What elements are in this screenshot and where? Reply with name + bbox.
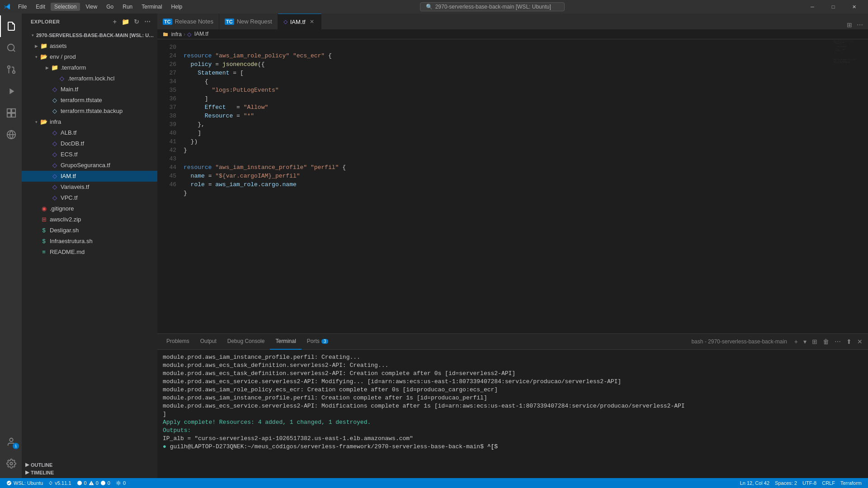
tree-item-assets[interactable]: ▶ 📁 assets <box>22 41 157 52</box>
tree-item-tfstate[interactable]: ◇ terraform.tfstate <box>22 95 157 106</box>
code-content[interactable]: resource "aws_iam_role_policy" "ecs_ecr"… <box>180 39 832 333</box>
status-ports[interactable]: 0 <box>113 478 128 488</box>
tree-item-terraform-lock[interactable]: ◇ .terraform.lock.hcl <box>22 73 157 84</box>
more-terminal-actions[interactable]: ⋯ <box>833 337 843 346</box>
error-icon <box>77 480 82 486</box>
activity-account[interactable]: 1 <box>0 431 22 453</box>
tree-item-readme-md[interactable]: ≡ README.md <box>22 247 157 258</box>
activity-remote-explorer[interactable] <box>0 124 22 145</box>
new-folder-button[interactable]: 📁 <box>120 17 131 26</box>
menu-selection[interactable]: Selection <box>51 3 80 11</box>
status-errors[interactable]: 0 0 0 <box>74 478 113 488</box>
status-language[interactable]: Terraform <box>838 478 864 488</box>
gitignore-file-icon: ◉ <box>40 204 48 214</box>
menu-file[interactable]: File <box>14 3 30 11</box>
menu-edit[interactable]: Edit <box>32 3 49 11</box>
close-panel-button[interactable]: ✕ <box>855 337 864 346</box>
menu-go[interactable]: Go <box>103 3 117 11</box>
outline-header[interactable]: ▶ Outline <box>22 461 157 469</box>
terminal-dropdown-button[interactable]: ▾ <box>802 337 808 346</box>
activity-settings[interactable] <box>0 453 22 474</box>
activity-explorer[interactable] <box>0 15 22 37</box>
svg-rect-8 <box>7 113 11 117</box>
refresh-button[interactable]: ↻ <box>132 17 141 26</box>
new-file-button[interactable]: + <box>112 17 118 26</box>
remote-explorer-icon <box>6 130 16 140</box>
status-spaces[interactable]: Spaces: 2 <box>772 478 800 488</box>
tree-item-iam-tf[interactable]: ◇ IAM.tf <box>22 171 157 182</box>
tree-item-main-tf[interactable]: ◇ Main.tf <box>22 84 157 95</box>
menu-run[interactable]: Run <box>119 3 136 11</box>
status-encoding[interactable]: UTF-8 <box>800 478 819 488</box>
activity-run-debug[interactable] <box>0 80 22 102</box>
tf-file-icon: ◇ <box>58 74 66 84</box>
tab-release-notes[interactable]: TC Release Notes <box>157 14 219 29</box>
breadcrumb-iam-tf[interactable]: ◇ IAM.tf <box>187 31 208 38</box>
split-terminal-button[interactable]: ⊞ <box>810 337 819 346</box>
activity-extensions[interactable] <box>0 102 22 124</box>
activity-search[interactable] <box>0 37 22 59</box>
menu-help[interactable]: Help <box>168 3 186 11</box>
tree-item-vpc-tf[interactable]: ◇ VPC.tf <box>22 192 157 203</box>
tree-item-ecs-tf[interactable]: ◇ ECS.tf <box>22 149 157 160</box>
tfstate-file-icon: ◇ <box>51 95 59 105</box>
terminal-path: guilh@LAPTOP-D273QNEK:~/meus_códigos/ser… <box>170 443 484 450</box>
tree-item-variaveis-tf[interactable]: ◇ Variaveis.tf <box>22 182 157 192</box>
minimize-button[interactable]: ─ <box>802 0 823 14</box>
panel-tab-problems[interactable]: Problems <box>161 334 195 350</box>
close-button[interactable]: ✕ <box>844 0 864 14</box>
tab-iam-tf[interactable]: ◇ IAM.tf ✕ <box>278 14 321 29</box>
terminal-line: module.prod.aws_iam_instance_profile.per… <box>163 353 863 361</box>
panel-tab-output[interactable]: Output <box>195 334 222 350</box>
tree-label: VPC.tf <box>61 193 157 203</box>
tree-item-tfstate-backup[interactable]: ◇ terraform.tfstate.backup <box>22 106 157 117</box>
tab-label-new-request: New Request <box>237 18 272 25</box>
search-bar[interactable]: 🔍 2970-serverless-base-back-main [WSL: U… <box>420 2 565 11</box>
breadcrumb-infra[interactable]: infra <box>163 31 182 38</box>
maximize-panel-button[interactable]: ⬆ <box>844 337 854 346</box>
tree-item-terraform[interactable]: ▶ 📁 .terraform <box>22 62 157 73</box>
tab-close-iam-tf[interactable]: ✕ <box>308 18 316 25</box>
tree-item-gruposeguranca-tf[interactable]: ◇ GrupoSeguranca.tf <box>22 160 157 171</box>
tree-item-desligar-sh[interactable]: $ Desligar.sh <box>22 225 157 236</box>
tree-item-docdb-tf[interactable]: ◇ DocDB.tf <box>22 138 157 149</box>
folder-icon: 📁 <box>51 63 59 73</box>
outline-label: Outline <box>31 462 52 468</box>
tree-item-infraestrutura-sh[interactable]: $ Infraestrutura.sh <box>22 236 157 247</box>
more-actions-button[interactable]: ⋯ <box>855 20 864 29</box>
maximize-button[interactable]: □ <box>823 0 844 14</box>
panel-tab-terminal[interactable]: Terminal <box>270 334 301 350</box>
tree-label: .terraform.lock.hcl <box>68 74 157 84</box>
tree-item-awscliv2-zip[interactable]: ⊞ awscliv2.zip <box>22 214 157 225</box>
tab-new-request[interactable]: TC New Request <box>219 14 278 29</box>
menu-terminal[interactable]: Terminal <box>138 3 165 11</box>
collapse-all-button[interactable]: ⋯ <box>143 17 152 26</box>
status-line-ending[interactable]: CRLF <box>819 478 838 488</box>
timeline-header[interactable]: ▶ Timeline <box>22 469 157 476</box>
minimap: resource "aws_iam_role_policy" "ecs_ecr"… <box>832 39 868 333</box>
workspace-root[interactable]: ▾ 2970-SERVERLESS-BASE-BACK-MAIN [WSL: U… <box>22 30 157 41</box>
status-wsl[interactable]: WSL: Ubuntu <box>4 478 46 488</box>
tree-item-env-prod[interactable]: ▾ 📂 env / prod <box>22 52 157 62</box>
sidebar-title: Explorer <box>31 19 60 24</box>
status-cursor-position[interactable]: Ln 12, Col 42 <box>737 478 772 488</box>
tree-label: env / prod <box>50 52 157 62</box>
panel-tab-debug-console[interactable]: Debug Console <box>222 334 270 350</box>
new-terminal-button[interactable]: + <box>793 337 800 346</box>
folder-open-icon: 📂 <box>40 52 48 62</box>
split-editor-button[interactable]: ⊞ <box>845 20 854 29</box>
sidebar-footer: ▶ Outline ▶ Timeline <box>22 459 157 478</box>
terminal-content[interactable]: module.prod.aws_iam_instance_profile.per… <box>157 350 868 478</box>
kill-terminal-button[interactable]: 🗑 <box>821 337 831 346</box>
warning-icon <box>89 480 94 486</box>
status-version[interactable]: v5.11.1 <box>46 478 74 488</box>
menu-view[interactable]: View <box>82 3 101 11</box>
tree-label: terraform.tfstate.backup <box>61 106 157 116</box>
panel-tab-ports[interactable]: Ports 3 <box>302 334 334 350</box>
tree-item-alb-tf[interactable]: ◇ ALB.tf <box>22 127 157 138</box>
info-count: 0 <box>108 480 110 486</box>
tree-item-infra[interactable]: ▾ 📂 infra <box>22 117 157 127</box>
extensions-icon <box>6 108 16 118</box>
tree-item-gitignore[interactable]: ◉ .gitignore <box>22 203 157 214</box>
activity-source-control[interactable] <box>0 59 22 80</box>
